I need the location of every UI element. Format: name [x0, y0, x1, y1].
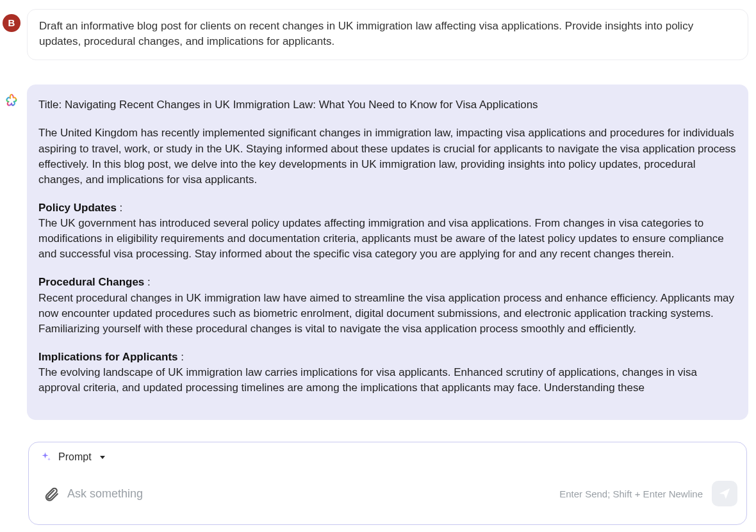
- prompt-mode-selector[interactable]: Prompt: [29, 442, 746, 469]
- assistant-logo-icon: [4, 93, 19, 108]
- section-heading-procedural: Procedural Changes: [38, 276, 144, 288]
- assistant-title: Title: Navigating Recent Changes in UK I…: [38, 97, 737, 113]
- assistant-intro: The United Kingdom has recently implemen…: [38, 125, 737, 188]
- attachment-icon[interactable]: [43, 486, 58, 501]
- assistant-message-row: Title: Navigating Recent Changes in UK I…: [0, 85, 756, 420]
- user-avatar: B: [3, 14, 21, 32]
- assistant-message-bubble: Title: Navigating Recent Changes in UK I…: [27, 85, 748, 420]
- user-message-row: B Draft an informative blog post for cli…: [0, 9, 756, 60]
- section-implications: Implications for Applicants : The evolvi…: [38, 350, 737, 396]
- assistant-avatar: [4, 93, 19, 108]
- chevron-down-icon: [100, 456, 105, 459]
- section-colon: :: [117, 202, 122, 214]
- input-row: Enter Send; Shift + Enter Newline: [29, 469, 746, 524]
- chat-input[interactable]: [67, 487, 550, 501]
- sparkle-icon: [40, 451, 52, 463]
- section-body-implications: The evolving landscape of UK immigration…: [38, 366, 697, 394]
- section-colon: :: [178, 351, 184, 363]
- section-policy: Policy Updates : The UK government has i…: [38, 200, 737, 262]
- chat-scroll-area[interactable]: B Draft an informative blog post for cli…: [0, 0, 756, 422]
- send-icon: [718, 487, 732, 501]
- prompt-label: Prompt: [58, 450, 92, 465]
- section-body-policy: The UK government has introduced several…: [38, 217, 724, 260]
- section-heading-implications: Implications for Applicants: [38, 351, 178, 363]
- input-bar: Prompt Enter Send; Shift + Enter Newline: [28, 442, 747, 525]
- section-colon: :: [144, 276, 150, 288]
- send-button[interactable]: [712, 481, 737, 506]
- section-heading-policy: Policy Updates: [38, 202, 117, 214]
- user-message-text: Draft an informative blog post for clien…: [39, 20, 693, 47]
- user-message-bubble: Draft an informative blog post for clien…: [27, 9, 748, 60]
- section-body-procedural: Recent procedural changes in UK immigrat…: [38, 292, 734, 335]
- section-procedural: Procedural Changes : Recent procedural c…: [38, 275, 737, 337]
- input-hint: Enter Send; Shift + Enter Newline: [559, 487, 703, 501]
